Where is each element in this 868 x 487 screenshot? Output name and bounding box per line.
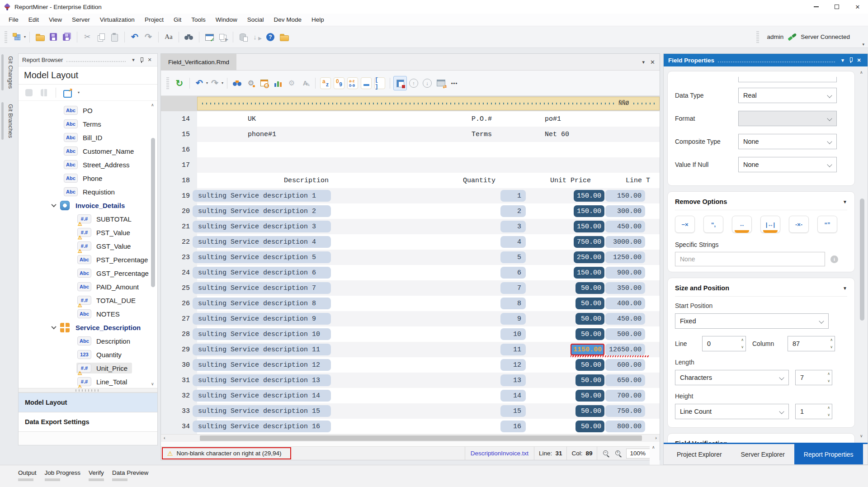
tree-item-description[interactable]: AbcDescription bbox=[19, 334, 157, 348]
tab-data-preview[interactable]: Data Preview bbox=[112, 465, 148, 487]
quantity-field[interactable]: 12 bbox=[500, 359, 526, 371]
redo-button[interactable]: ▾ bbox=[208, 76, 224, 90]
tab-verify[interactable]: Verify bbox=[89, 465, 104, 487]
menu-item-dev-mode[interactable]: Dev Mode bbox=[269, 16, 307, 23]
remove-options-header[interactable]: Remove Options ▼ bbox=[675, 197, 847, 210]
tree-item-bill-id[interactable]: AbcBill_ID bbox=[19, 131, 157, 144]
quantity-field[interactable]: 15 bbox=[500, 405, 526, 417]
unit-price-field[interactable]: 50.00 bbox=[576, 421, 604, 432]
description-field[interactable]: sulting Service description 14 bbox=[193, 390, 331, 402]
save-button[interactable] bbox=[47, 30, 60, 44]
line-total-field[interactable]: 400.00 bbox=[605, 298, 645, 309]
quantity-field[interactable]: 16 bbox=[500, 421, 526, 432]
menu-item-file[interactable]: File bbox=[4, 16, 24, 23]
scroll-down-icon[interactable]: ∨ bbox=[860, 434, 863, 438]
close-icon[interactable]: ✕ bbox=[855, 56, 863, 64]
line-total-field[interactable]: 800.00 bbox=[605, 421, 645, 432]
undo-button[interactable] bbox=[128, 30, 142, 44]
preview-window-button[interactable] bbox=[203, 30, 216, 44]
scroll-up-icon[interactable]: ∧ bbox=[860, 70, 863, 75]
open-folder-button[interactable] bbox=[33, 30, 47, 44]
remove-option-4-button[interactable]: |↔| bbox=[760, 216, 780, 233]
tree-item-total-due[interactable]: #.#⚠TOTAL_DUE bbox=[19, 293, 157, 307]
tree-item-pst-percentage[interactable]: AbcPST_Percentage bbox=[19, 253, 157, 266]
description-field[interactable]: sulting Service description 12 bbox=[193, 359, 331, 371]
export-icon[interactable] bbox=[61, 87, 73, 99]
line-total-field[interactable]: 12650.00 bbox=[605, 344, 645, 355]
source-file-link[interactable]: DescriptionInvoice.txt bbox=[465, 447, 534, 460]
quantity-field[interactable]: 6 bbox=[500, 267, 526, 279]
database-save-button[interactable] bbox=[236, 30, 250, 44]
value-if-null-select[interactable]: None bbox=[738, 157, 837, 172]
help-button[interactable] bbox=[264, 30, 277, 44]
tree-item-invoice-details[interactable]: Invoice_Details bbox=[19, 199, 157, 212]
menu-item-edit[interactable]: Edit bbox=[24, 16, 44, 23]
quantity-field[interactable]: 2 bbox=[500, 205, 526, 217]
tree-item-notes[interactable]: AbcNOTES bbox=[19, 307, 157, 321]
specific-strings-input[interactable]: None bbox=[675, 252, 825, 266]
menu-item-project[interactable]: Project bbox=[140, 16, 169, 23]
start-position-select[interactable]: Fixed bbox=[675, 313, 829, 329]
description-field[interactable]: sulting Service description 9 bbox=[193, 313, 331, 325]
description-field[interactable]: sulting Service description 5 bbox=[193, 251, 331, 263]
quantity-field[interactable]: 8 bbox=[500, 298, 526, 309]
collapse-icon[interactable]: ▼ bbox=[843, 199, 847, 204]
toolbar-overflow-icon[interactable]: ▾ bbox=[862, 42, 864, 47]
unit-price-field[interactable]: 50.00 bbox=[576, 328, 604, 340]
import-button[interactable] bbox=[250, 30, 264, 44]
description-field[interactable]: sulting Service description 7 bbox=[193, 282, 331, 294]
tree-item-subtotal[interactable]: #.#⚠SUBTOTAL bbox=[19, 212, 157, 226]
quantity-field[interactable]: 10 bbox=[500, 328, 526, 340]
quantity-field[interactable]: 5 bbox=[500, 251, 526, 263]
tree-item-street-address[interactable]: AbcStreet_Address bbox=[19, 158, 157, 171]
unit-price-field[interactable]: 150.00 bbox=[574, 205, 604, 217]
zoom-out-icon[interactable]: − bbox=[602, 449, 611, 458]
pin-icon[interactable] bbox=[137, 56, 146, 64]
quantity-field[interactable]: 4 bbox=[500, 236, 526, 248]
menu-item-virtualization[interactable]: Virtualization bbox=[95, 16, 140, 23]
collapse-icon[interactable]: ▼ bbox=[843, 286, 847, 291]
redo-button[interactable] bbox=[142, 30, 155, 44]
underscore-button[interactable] bbox=[359, 76, 373, 90]
unit-price-field[interactable]: 50.00 bbox=[576, 359, 604, 371]
quantity-field[interactable]: 7 bbox=[500, 282, 526, 294]
remove-option-1-button[interactable]: −× bbox=[675, 216, 695, 233]
scroll-left-icon[interactable]: ‹ bbox=[164, 435, 165, 440]
scroll-thumb[interactable] bbox=[860, 199, 864, 321]
line-total-field[interactable]: 3000.00 bbox=[605, 236, 645, 248]
refresh-button[interactable] bbox=[173, 76, 186, 90]
brackets-button[interactable] bbox=[373, 76, 387, 90]
auto-create-fields-button[interactable] bbox=[244, 76, 258, 90]
move-up-button[interactable] bbox=[407, 76, 420, 90]
tree-item-po[interactable]: AbcPO bbox=[19, 104, 157, 117]
close-icon[interactable]: ✕ bbox=[146, 56, 154, 64]
tree-item-unit-price[interactable]: #.#⚠Unit_Price bbox=[19, 361, 157, 375]
sort-az09-button[interactable] bbox=[346, 76, 359, 90]
minimize-button[interactable] bbox=[806, 0, 826, 14]
quantity-field[interactable]: 9 bbox=[500, 313, 526, 325]
size-position-header[interactable]: Size and Position ▼ bbox=[675, 284, 847, 297]
unit-price-field[interactable]: 150.00 bbox=[574, 267, 604, 279]
copy-run-button[interactable] bbox=[216, 30, 230, 44]
undo-button[interactable]: ▾ bbox=[193, 76, 208, 90]
length-stepper[interactable]: 7 ∧∨ bbox=[795, 370, 832, 385]
unit-price-field[interactable]: 50.00 bbox=[576, 282, 604, 294]
export-dropdown-icon[interactable]: ▾ bbox=[78, 90, 80, 95]
description-field[interactable]: sulting Service description 15 bbox=[193, 405, 331, 417]
tab-server-explorer[interactable]: Server Explorer bbox=[731, 444, 794, 464]
tree-item-pst-value[interactable]: #.#⚠PST_Value bbox=[19, 226, 157, 239]
description-field[interactable]: sulting Service description 4 bbox=[193, 236, 331, 248]
save-all-button[interactable] bbox=[60, 30, 74, 44]
dropdown-arrow-icon[interactable]: ▾ bbox=[24, 35, 26, 39]
find-fields-button[interactable] bbox=[231, 76, 244, 90]
cut-button[interactable] bbox=[80, 30, 94, 44]
remove-option-6-button[interactable]: “” bbox=[817, 216, 837, 233]
maximize-button[interactable] bbox=[826, 0, 847, 14]
unit-price-field[interactable]: 250.00 bbox=[574, 251, 604, 263]
toolbar-grip[interactable] bbox=[756, 31, 759, 43]
data-type-select[interactable]: Real bbox=[738, 88, 837, 103]
composite-type-select[interactable]: None bbox=[738, 134, 837, 149]
zoom-in-icon[interactable]: + bbox=[614, 449, 623, 458]
sort-09-button[interactable] bbox=[332, 76, 346, 90]
scroll-right-icon[interactable]: › bbox=[655, 435, 657, 440]
